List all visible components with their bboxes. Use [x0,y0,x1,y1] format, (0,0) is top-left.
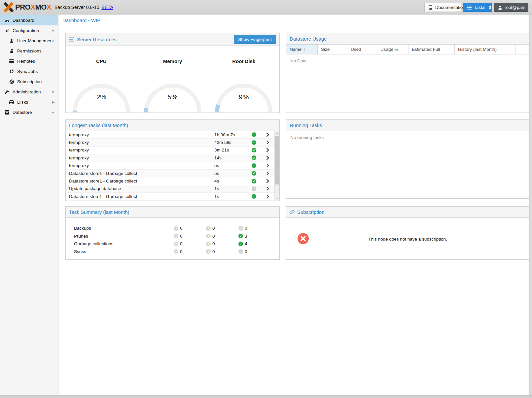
task-row[interactable]: termproxy 42m 58s ✓ [66,139,274,146]
task-status-icon: ✓ [252,132,256,137]
task-status-icon: ✓ [252,140,256,145]
tasks-label: Tasks [474,5,485,10]
chevron-down-icon[interactable]: ▼ [51,90,55,94]
scrollbar-thumb[interactable] [275,136,279,184]
archive-box-icon [4,110,10,115]
tasks-button[interactable]: Tasks 0 [463,3,492,12]
task-row[interactable]: Update package database 1s ? [66,185,274,193]
page-vertical-scrollbar[interactable] [529,15,532,395]
task-status-icon: ? [252,186,256,191]
warning-count[interactable]: 0 [212,249,215,254]
sidebar-item-permissions[interactable]: Permissions [0,46,58,56]
task-name: Datastore store1 - Garbage collect [66,194,214,199]
running-tasks-panel: Running Tasks No running tasks [286,119,529,199]
chevron-down-icon[interactable]: ▼ [51,29,55,33]
sidebar-item-user-management[interactable]: User Management [0,36,58,46]
root-disk-gauge-value: 9% [208,93,279,101]
task-list-icon [467,6,472,10]
chevron-right-icon[interactable] [261,133,274,137]
chevron-right-icon[interactable] [261,140,274,145]
page-horizontal-scrollbar[interactable] [0,395,532,398]
column-header-name[interactable]: Name ↑ [286,45,318,54]
chevron-right-icon[interactable] [261,163,274,168]
sort-up-icon: ↑ [303,47,305,52]
book-icon [428,5,433,10]
ok-count[interactable]: 4 [245,241,247,246]
error-count[interactable]: 0 [180,241,183,246]
ticket-icon [290,210,295,214]
chevron-right-icon[interactable] [261,148,274,152]
task-name: Datastore store1 - Garbage collect [66,171,214,176]
ok-count[interactable]: 0 [245,226,247,231]
scroll-down-icon[interactable]: ▼ [275,196,279,201]
documentation-button[interactable]: Documentation [424,3,461,12]
task-duration: 4s [214,179,247,183]
sidebar-item-label: User Management [17,38,54,43]
chevron-right-icon[interactable] [261,171,274,176]
chevron-right-icon[interactable]: ▶ [52,100,55,104]
scroll-up-icon[interactable]: ▲ [275,131,279,135]
datastore-usage-header: Datastore Usage [286,33,529,45]
root-disk-gauge-label: Root Disk [208,58,279,64]
sidebar-item-remotes[interactable]: Remotes [0,56,58,66]
task-row[interactable]: termproxy 1h 38m 7s ✓ [66,131,274,139]
show-fingerprint-button[interactable]: Show Fingerprint [234,35,276,44]
task-row[interactable]: termproxy 3m 21s ✓ [66,147,274,154]
task-row[interactable]: termproxy 5s ✓ [66,162,274,170]
error-count-icon: × [174,234,178,238]
proxmox-logo: PROXMOX Backup Server 0.8-15 BETA [3,2,113,12]
column-header-size[interactable]: Size [318,45,347,54]
summary-label: Prunes [66,234,174,239]
chevron-right-icon[interactable] [261,179,274,183]
chevron-right-icon[interactable] [261,186,274,191]
column-header-usage-pct[interactable]: Usage % [377,45,408,54]
error-count[interactable]: 0 [180,249,183,254]
cpu-gauge-value: 2% [66,93,137,101]
unlock-icon [9,49,15,53]
chevron-down-icon[interactable]: ▼ [51,111,55,115]
sidebar-item-administration[interactable]: Administration ▼ [0,87,58,97]
datastore-usage-panel: Datastore Usage Name ↑ Size Used Usage %… [286,33,529,113]
error-count[interactable]: 0 [180,226,183,231]
task-row[interactable]: termproxy 14s ✓ [66,154,274,162]
sidebar-item-sync-jobs[interactable]: Sync Jobs [0,66,58,77]
tasks-count-badge: 0 [489,5,491,10]
task-duration: 42m 58s [214,140,247,145]
subscription-title: Subscription [290,209,325,215]
sidebar-item-dashboard[interactable]: Dashboard [0,15,58,25]
sidebar-item-disks[interactable]: Disks ▶ [0,97,58,107]
error-count[interactable]: 0 [180,234,183,239]
sidebar-item-label: Remotes [17,59,35,64]
chevron-right-icon[interactable] [261,194,274,199]
summary-label: Backups [66,226,174,231]
task-row[interactable]: Datastore store1 - Garbage collect 1s ✓ [66,193,274,200]
user-menu-button[interactable]: root@pam ▼ [494,3,528,12]
task-status-icon: ✓ [252,171,256,176]
sidebar-item-datastore[interactable]: Datastore ▼ [0,107,58,117]
content-header: Dashboard - WIP [58,15,529,26]
column-header-history[interactable]: History (last Month) [455,45,515,54]
summary-row-garbage-collections: Garbage collections ×0 !0 ✓4 [66,240,279,248]
ok-count-icon: ✓ [238,242,243,246]
sidebar-item-label: Sync Jobs [17,69,38,74]
column-header-estimated-full[interactable]: Estimated Full [408,45,455,54]
task-summary-body: Backups ×0 !0 ✓0 Prunes ×0 !0 ✓3 Garbage… [66,218,279,255]
task-name: termproxy [66,140,214,145]
warning-count[interactable]: 0 [212,234,215,239]
list-scrollbar[interactable]: ▲ ▼ [274,131,279,201]
product-name: Backup Server 0.8-15 [54,5,99,10]
column-header-used[interactable]: Used [347,45,377,54]
warning-count[interactable]: 0 [212,226,215,231]
beta-link[interactable]: BETA [101,5,113,10]
proxmox-x-icon [3,2,14,12]
warning-count[interactable]: 0 [212,241,215,246]
task-row[interactable]: Datastore store1 - Garbage collect 4s ✓ [66,177,274,185]
cpu-gauge-label: CPU [66,58,137,64]
task-row[interactable]: Datastore store1 - Garbage collect 5s ✓ [66,170,274,177]
chevron-right-icon[interactable] [261,156,274,160]
sidebar-item-configuration[interactable]: Configuration ▼ [0,25,58,36]
ok-count[interactable]: 3 [245,234,247,239]
sidebar-item-subscription[interactable]: Subscription [0,77,58,87]
ok-count[interactable]: 0 [245,249,247,254]
datastore-usage-column-headers: Name ↑ Size Used Usage % Estimated Full … [286,45,529,54]
